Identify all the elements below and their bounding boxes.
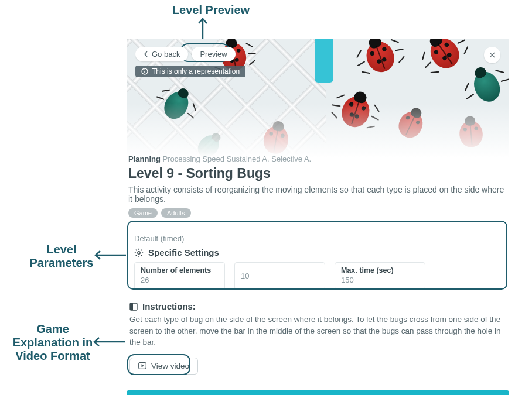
instructions-section: Instructions: Get each type of bug on th… (127, 297, 509, 375)
representation-note-text: This is only a representation (152, 67, 240, 75)
svg-line-15 (141, 249, 142, 250)
activity-subtitle: This activity consists of reorganizing t… (128, 185, 507, 204)
annotation-video-format: Game Explanation in Video Format (6, 322, 100, 363)
field-max-time[interactable]: Max. time (sec) 150 (335, 262, 425, 290)
field-label: Number of elements (141, 266, 219, 274)
instructions-heading: Instructions: (142, 301, 196, 311)
start-button[interactable]: Start (127, 390, 509, 395)
preview-button[interactable]: Preview (192, 47, 235, 61)
svg-line-13 (136, 249, 137, 250)
skill-secondary: Processing Speed Sustained A. Selective … (163, 154, 312, 163)
svg-point-5 (144, 69, 145, 70)
svg-marker-20 (142, 364, 144, 367)
level-preview-hero: Go back Preview This is only a represent… (127, 39, 509, 167)
svg-line-16 (136, 255, 137, 256)
settings-mode-label: Default (timed) (134, 234, 502, 243)
representation-note: This is only a representation (135, 66, 245, 77)
svg-line-14 (141, 255, 142, 256)
field-value: 10 (241, 272, 249, 280)
view-video-button[interactable]: View video (129, 358, 198, 375)
svg-point-8 (138, 251, 140, 253)
gear-icon (134, 248, 144, 257)
annotation-arrow-up (197, 16, 209, 40)
ladybug-icon (425, 39, 465, 74)
close-icon (489, 52, 495, 58)
activity-badges: Game Adults (128, 208, 507, 218)
field-value: 150 (341, 276, 419, 284)
divider (127, 383, 509, 383)
close-button[interactable] (484, 47, 500, 63)
instructions-icon (129, 303, 138, 311)
info-icon (141, 68, 148, 75)
greenbug-icon (469, 67, 504, 106)
field-value: 26 (141, 276, 219, 284)
annotation-arrow-left-1 (92, 249, 127, 261)
specific-settings-panel: Default (timed) Specific Settings Number… (127, 228, 509, 297)
field-middle[interactable]: 10 (234, 262, 325, 290)
play-icon (138, 362, 146, 369)
settings-subhead: Specific Settings (134, 248, 502, 257)
svg-rect-18 (130, 303, 133, 310)
ladybug-icon (362, 39, 398, 76)
annotation-arrow-left-2 (91, 336, 126, 348)
go-back-button[interactable]: Go back (135, 47, 188, 61)
instructions-body: Get each type of bug on the side of the … (129, 314, 506, 348)
activity-title: Level 9 - Sorting Bugs (128, 166, 507, 181)
activity-panel: Go back Preview This is only a represent… (127, 39, 509, 384)
skill-primary: Planning (128, 154, 161, 163)
skill-tags: Planning Processing Speed Sustained A. S… (128, 154, 507, 163)
view-video-label: View video (151, 362, 189, 370)
annotation-level-preview: Level Preview (152, 4, 270, 17)
field-label: Max. time (sec) (341, 266, 419, 274)
tag-adults: Adults (161, 208, 191, 218)
barrier (315, 39, 333, 83)
field-number-of-elements[interactable]: Number of elements 26 (134, 262, 225, 290)
go-back-label: Go back (152, 50, 180, 59)
tag-game: Game (128, 208, 158, 218)
preview-label: Preview (200, 50, 227, 59)
settings-subhead-text: Specific Settings (148, 248, 219, 257)
chevron-left-icon (144, 51, 148, 57)
